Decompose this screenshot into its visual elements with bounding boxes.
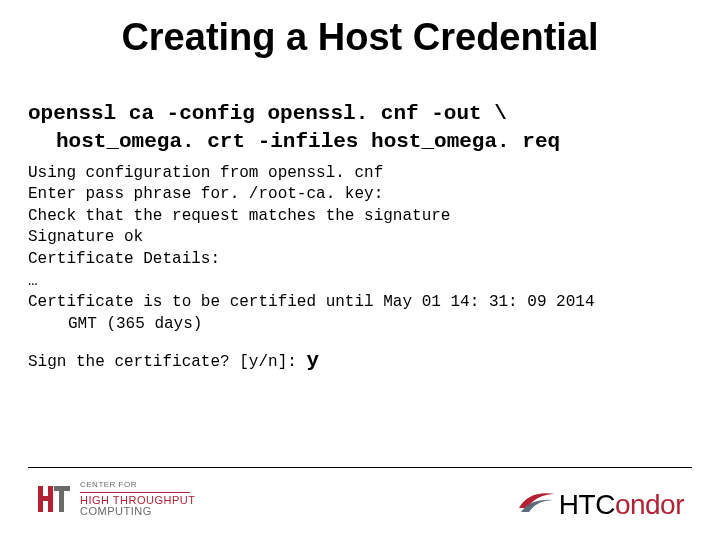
svg-rect-2	[38, 496, 53, 501]
out-line: GMT (365 days)	[28, 314, 692, 336]
chtc-logo: CENTER FOR HIGH THROUGHPUT COMPUTING	[36, 479, 195, 519]
shell-output: Using configuration from openssl. cnfEnt…	[28, 163, 692, 336]
out-line: Enter pass phrase for. /root-ca. key:	[28, 184, 692, 206]
chtc-text: CENTER FOR HIGH THROUGHPUT COMPUTING	[80, 481, 195, 517]
htcondor-text: HTCondor	[559, 489, 684, 521]
cmd-line-2: host_omega. crt -infiles host_omega. req	[28, 130, 560, 153]
sign-prompt: Sign the certificate? [y/n]: y	[28, 349, 692, 372]
prompt-answer: y	[306, 349, 319, 372]
out-line: Using configuration from openssl. cnf	[28, 163, 692, 185]
out-line: …	[28, 271, 692, 293]
chtc-line3: COMPUTING	[80, 506, 195, 517]
slide-title: Creating a Host Credential	[0, 16, 720, 59]
out-line: Certificate is to be certified until May…	[28, 292, 692, 314]
chtc-underline	[80, 492, 190, 493]
slide-content: openssl ca -config openssl. cnf -out \ h…	[28, 100, 692, 372]
shell-command: openssl ca -config openssl. cnf -out \ h…	[28, 100, 692, 157]
slide: Creating a Host Credential openssl ca -c…	[0, 0, 720, 540]
out-line: Signature ok	[28, 227, 692, 249]
htcondor-logo: HTCondor	[517, 488, 684, 522]
htc-part1: HTC	[559, 489, 615, 520]
prompt-question: Sign the certificate? [y/n]:	[28, 353, 306, 371]
condor-swoosh-icon	[517, 488, 557, 522]
cmd-line-1: openssl ca -config openssl. cnf -out \	[28, 102, 507, 125]
ht-glyph-icon	[36, 482, 70, 516]
footer-divider	[28, 467, 692, 468]
chtc-line1: CENTER FOR	[80, 481, 195, 489]
out-line: Certificate Details:	[28, 249, 692, 271]
out-line: Check that the request matches the signa…	[28, 206, 692, 228]
svg-rect-4	[59, 486, 64, 512]
htc-part2: ondor	[615, 489, 684, 520]
